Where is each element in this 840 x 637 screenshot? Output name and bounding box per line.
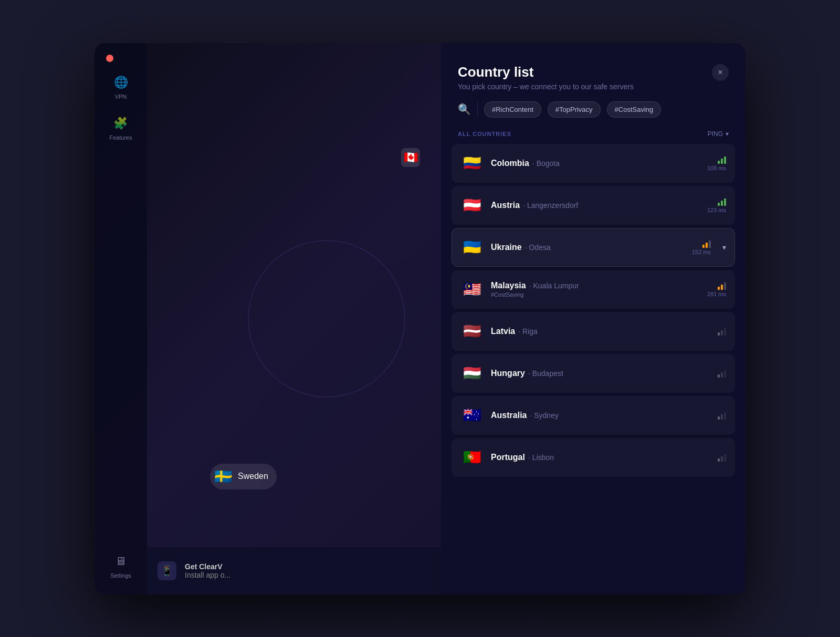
bar-1 (702, 245, 705, 248)
australia-name: Australia (491, 411, 527, 420)
malaysia-city: · Kuala Lumpur (529, 281, 579, 290)
bar-2 (721, 372, 723, 378)
austria-name: Austria (491, 201, 520, 210)
ukraine-flag: 🇺🇦 (460, 236, 484, 259)
portugal-signal-bars (718, 453, 726, 462)
hungary-ping (718, 369, 726, 378)
bottom-bar-title: Get ClearV (185, 562, 230, 571)
hungary-name: Hungary (491, 369, 525, 378)
bar-3 (724, 199, 726, 206)
sidebar-label-settings: Settings (110, 572, 131, 579)
australia-flag: 🇦🇺 (460, 404, 484, 427)
austria-info: Austria · Langenzersdorf (491, 201, 700, 210)
australia-info: Australia · Sydney (491, 411, 710, 420)
sweden-flag-icon: 🇸🇪 (214, 468, 233, 485)
portugal-flag: 🇵🇹 (460, 446, 484, 469)
bottom-bar-subtitle: Install app o... (185, 571, 230, 579)
current-country-label: Sweden (238, 472, 268, 481)
sidebar-label-features: Features (109, 134, 132, 141)
australia-ping (718, 411, 726, 420)
ukraine-name-row: Ukraine · Odesa (491, 243, 685, 252)
portugal-city: · Lisbon (528, 453, 554, 462)
country-item-colombia[interactable]: 🇨🇴 Colombia · Bogota 108 ms (452, 144, 735, 183)
colombia-name-row: Colombia · Bogota (491, 159, 700, 168)
panel-title: Country list (458, 64, 634, 80)
country-item-portugal[interactable]: 🇵🇹 Portugal · Lisbon (452, 438, 735, 477)
colombia-flag: 🇨🇴 (460, 152, 484, 175)
malaysia-ping-ms: 281 ms (707, 291, 726, 297)
malaysia-ping: 281 ms (707, 281, 726, 297)
app-window: 🌐 VPN 🧩 Features 🖥 Settings 🇨🇦 🇸🇪 Sweden… (94, 43, 746, 594)
country-item-ukraine[interactable]: 🇺🇦 Ukraine · Odesa 152 ms ▾ (452, 228, 735, 267)
malaysia-signal-bars (718, 281, 726, 290)
mobile-icon: 📱 (158, 561, 176, 580)
list-header: ALL COUNTRIES PING ▾ (441, 126, 746, 142)
panel-subtitle: You pick country – we connect you to our… (458, 82, 634, 91)
country-list-panel: Country list You pick country – we conne… (441, 43, 746, 594)
latvia-name: Latvia (491, 327, 515, 336)
country-item-australia[interactable]: 🇦🇺 Australia · Sydney (452, 396, 735, 435)
portugal-name-row: Portugal · Lisbon (491, 453, 710, 462)
austria-ping-ms: 123 ms (707, 207, 726, 213)
malaysia-name: Malaysia (491, 281, 526, 290)
australia-signal-bars (718, 411, 726, 420)
tag-cost-saving[interactable]: #CostSaving (607, 101, 662, 118)
hungary-city: · Budapest (528, 369, 563, 378)
close-panel-button[interactable]: × (712, 64, 729, 81)
country-item-austria[interactable]: 🇦🇹 Austria · Langenzersdorf 123 ms (452, 186, 735, 225)
colombia-info: Colombia · Bogota (491, 159, 700, 168)
portugal-info: Portugal · Lisbon (491, 453, 710, 462)
country-item-latvia[interactable]: 🇱🇻 Latvia · Riga (452, 312, 735, 351)
ukraine-city: · Odesa (525, 243, 551, 252)
austria-flag: 🇦🇹 (460, 194, 484, 217)
sidebar-item-features[interactable]: 🧩 Features (109, 116, 132, 141)
bar-3 (709, 241, 711, 248)
current-location-chip[interactable]: 🇸🇪 Sweden (210, 464, 277, 489)
country-item-malaysia[interactable]: 🇲🇾 Malaysia · Kuala Lumpur #CostSaving 2… (452, 270, 735, 309)
chevron-down-icon: ▾ (722, 243, 726, 252)
bar-1 (718, 374, 720, 378)
bar-3 (724, 328, 726, 336)
sidebar-item-settings[interactable]: 🖥 Settings (110, 554, 131, 579)
search-icon: 🔍 (458, 103, 471, 116)
hungary-info: Hungary · Budapest (491, 369, 710, 378)
bar-1 (718, 416, 720, 420)
country-list: 🇨🇴 Colombia · Bogota 108 ms (441, 142, 746, 594)
colombia-ping-ms: 108 ms (707, 165, 726, 171)
bar-3 (724, 412, 726, 420)
panel-header: Country list You pick country – we conne… (441, 64, 746, 101)
ukraine-info: Ukraine · Odesa (491, 243, 685, 252)
bar-1 (718, 458, 720, 462)
sidebar-label-vpn: VPN (115, 93, 127, 100)
latvia-flag: 🇱🇻 (460, 320, 484, 343)
colombia-signal-bars (718, 155, 726, 164)
sidebar-item-vpn[interactable]: 🌐 VPN (113, 75, 129, 100)
austria-ping: 123 ms (707, 197, 726, 213)
ukraine-signal-bars (702, 239, 711, 248)
tag-top-privacy[interactable]: #TopPrivacy (548, 101, 601, 118)
search-divider (477, 102, 478, 117)
hungary-flag: 🇭🇺 (460, 362, 484, 385)
country-item-hungary[interactable]: 🇭🇺 Hungary · Budapest (452, 354, 735, 393)
bar-2 (721, 414, 723, 420)
latvia-signal-bars (718, 327, 726, 336)
globe-icon: 🌐 (113, 75, 129, 90)
bar-1 (718, 203, 720, 206)
australia-city: · Sydney (530, 411, 558, 420)
panel-title-group: Country list You pick country – we conne… (458, 64, 634, 91)
ping-label: PING (708, 130, 723, 138)
monitor-icon: 🖥 (113, 554, 129, 569)
all-countries-label: ALL COUNTRIES (458, 131, 511, 137)
colombia-name: Colombia (491, 159, 529, 168)
latvia-city: · Riga (518, 327, 538, 336)
austria-name-row: Austria · Langenzersdorf (491, 201, 700, 210)
portugal-ping (718, 453, 726, 462)
ukraine-ping: 152 ms (692, 239, 711, 255)
malaysia-tag: #CostSaving (491, 291, 700, 298)
close-window-button[interactable] (106, 55, 113, 62)
bar-1 (718, 332, 720, 336)
tag-rich-content[interactable]: #RichContent (484, 101, 541, 118)
ping-sort-button[interactable]: PING ▾ (708, 130, 729, 138)
search-bar: 🔍 #RichContent #TopPrivacy #CostSaving (441, 101, 746, 126)
canada-flag-chip: 🇨🇦 (401, 148, 420, 167)
